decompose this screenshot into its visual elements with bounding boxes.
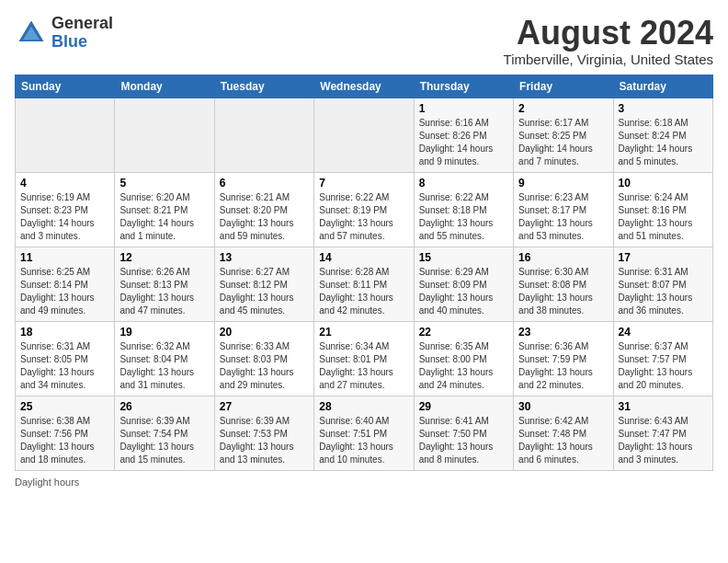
week-row-3: 11Sunrise: 6:25 AM Sunset: 8:14 PM Dayli… [16,247,713,321]
calendar-cell: 24Sunrise: 6:37 AM Sunset: 7:57 PM Dayli… [613,321,712,396]
day-number: 21 [319,326,408,339]
day-number: 16 [518,251,608,264]
calendar-cell: 7Sunrise: 6:22 AM Sunset: 8:19 PM Daylig… [314,172,414,247]
day-number: 4 [20,177,109,190]
daylight-label: Daylight hours [15,477,79,488]
calendar-cell: 3Sunrise: 6:18 AM Sunset: 8:24 PM Daylig… [613,98,712,172]
day-info: Sunrise: 6:22 AM Sunset: 8:19 PM Dayligh… [319,191,408,243]
day-number: 24 [619,326,708,339]
page-header: General Blue August 2024 Timberville, Vi… [15,15,713,67]
day-of-week-monday: Monday [115,75,214,98]
day-info: Sunrise: 6:40 AM Sunset: 7:51 PM Dayligh… [319,415,408,466]
day-info: Sunrise: 6:16 AM Sunset: 8:26 PM Dayligh… [419,117,508,168]
calendar-cell: 16Sunrise: 6:30 AM Sunset: 8:08 PM Dayli… [514,247,613,321]
calendar-cell: 11Sunrise: 6:25 AM Sunset: 8:14 PM Dayli… [16,247,115,321]
day-number: 14 [319,251,408,264]
day-number: 19 [119,326,209,339]
day-info: Sunrise: 6:31 AM Sunset: 8:07 PM Dayligh… [619,266,708,317]
calendar-body: 1Sunrise: 6:16 AM Sunset: 8:26 PM Daylig… [16,98,713,470]
day-info: Sunrise: 6:41 AM Sunset: 7:50 PM Dayligh… [419,415,508,466]
calendar-cell: 10Sunrise: 6:24 AM Sunset: 8:16 PM Dayli… [613,172,712,247]
calendar-cell [115,98,214,172]
day-number: 10 [619,177,708,190]
day-info: Sunrise: 6:25 AM Sunset: 8:14 PM Dayligh… [20,266,109,317]
day-info: Sunrise: 6:31 AM Sunset: 8:05 PM Dayligh… [20,340,109,392]
calendar-table: SundayMondayTuesdayWednesdayThursdayFrid… [15,75,713,471]
day-number: 2 [518,102,608,115]
calendar-cell: 14Sunrise: 6:28 AM Sunset: 8:11 PM Dayli… [314,247,414,321]
calendar-cell: 4Sunrise: 6:19 AM Sunset: 8:23 PM Daylig… [16,172,115,247]
days-of-week-row: SundayMondayTuesdayWednesdayThursdayFrid… [16,75,713,98]
day-info: Sunrise: 6:24 AM Sunset: 8:16 PM Dayligh… [619,191,708,243]
calendar-cell: 21Sunrise: 6:34 AM Sunset: 8:01 PM Dayli… [314,321,414,396]
logo-general: General [51,15,113,33]
day-info: Sunrise: 6:34 AM Sunset: 8:01 PM Dayligh… [319,340,408,392]
day-info: Sunrise: 6:28 AM Sunset: 8:11 PM Dayligh… [319,266,408,317]
calendar-cell: 2Sunrise: 6:17 AM Sunset: 8:25 PM Daylig… [514,98,613,172]
day-number: 20 [220,326,309,339]
calendar-cell: 31Sunrise: 6:43 AM Sunset: 7:47 PM Dayli… [613,396,712,470]
day-number: 1 [419,102,508,115]
day-number: 22 [419,326,508,339]
calendar-cell: 29Sunrise: 6:41 AM Sunset: 7:50 PM Dayli… [414,396,513,470]
day-number: 26 [119,400,209,413]
day-info: Sunrise: 6:38 AM Sunset: 7:56 PM Dayligh… [20,415,109,466]
week-row-4: 18Sunrise: 6:31 AM Sunset: 8:05 PM Dayli… [16,321,713,396]
day-number: 27 [220,400,309,413]
day-info: Sunrise: 6:26 AM Sunset: 8:13 PM Dayligh… [119,266,209,317]
day-info: Sunrise: 6:27 AM Sunset: 8:12 PM Dayligh… [220,266,309,317]
day-number: 28 [319,400,408,413]
calendar-subtitle: Timberville, Virginia, United States [504,52,713,67]
calendar-cell: 12Sunrise: 6:26 AM Sunset: 8:13 PM Dayli… [115,247,214,321]
day-info: Sunrise: 6:30 AM Sunset: 8:08 PM Dayligh… [518,266,608,317]
day-info: Sunrise: 6:43 AM Sunset: 7:47 PM Dayligh… [619,415,708,466]
day-of-week-thursday: Thursday [414,75,513,98]
calendar-cell: 26Sunrise: 6:39 AM Sunset: 7:54 PM Dayli… [115,396,214,470]
day-number: 8 [419,177,508,190]
calendar-cell: 9Sunrise: 6:23 AM Sunset: 8:17 PM Daylig… [514,172,613,247]
calendar-header: SundayMondayTuesdayWednesdayThursdayFrid… [16,75,713,98]
day-info: Sunrise: 6:32 AM Sunset: 8:04 PM Dayligh… [119,340,209,392]
calendar-cell: 13Sunrise: 6:27 AM Sunset: 8:12 PM Dayli… [214,247,313,321]
day-info: Sunrise: 6:37 AM Sunset: 7:57 PM Dayligh… [619,340,708,392]
calendar-cell: 1Sunrise: 6:16 AM Sunset: 8:26 PM Daylig… [414,98,513,172]
calendar-cell: 28Sunrise: 6:40 AM Sunset: 7:51 PM Dayli… [314,396,414,470]
day-of-week-wednesday: Wednesday [314,75,414,98]
calendar-cell: 22Sunrise: 6:35 AM Sunset: 8:00 PM Dayli… [414,321,513,396]
day-info: Sunrise: 6:42 AM Sunset: 7:48 PM Dayligh… [518,415,608,466]
day-info: Sunrise: 6:23 AM Sunset: 8:17 PM Dayligh… [518,191,608,243]
calendar-cell: 5Sunrise: 6:20 AM Sunset: 8:21 PM Daylig… [115,172,214,247]
day-info: Sunrise: 6:39 AM Sunset: 7:53 PM Dayligh… [220,415,309,466]
calendar-cell: 8Sunrise: 6:22 AM Sunset: 8:18 PM Daylig… [414,172,513,247]
calendar-title: August 2024 [504,15,713,52]
day-of-week-tuesday: Tuesday [214,75,313,98]
day-number: 6 [220,177,309,190]
calendar-cell: 30Sunrise: 6:42 AM Sunset: 7:48 PM Dayli… [514,396,613,470]
day-info: Sunrise: 6:33 AM Sunset: 8:03 PM Dayligh… [220,340,309,392]
day-number: 5 [119,177,209,190]
week-row-5: 25Sunrise: 6:38 AM Sunset: 7:56 PM Dayli… [16,396,713,470]
day-number: 11 [20,251,109,264]
calendar-cell [314,98,414,172]
calendar-cell: 19Sunrise: 6:32 AM Sunset: 8:04 PM Dayli… [115,321,214,396]
calendar-cell: 27Sunrise: 6:39 AM Sunset: 7:53 PM Dayli… [214,396,313,470]
day-number: 3 [619,102,708,115]
calendar-cell: 23Sunrise: 6:36 AM Sunset: 7:59 PM Dayli… [514,321,613,396]
calendar-cell [16,98,115,172]
calendar-cell: 25Sunrise: 6:38 AM Sunset: 7:56 PM Dayli… [16,396,115,470]
day-of-week-sunday: Sunday [16,75,115,98]
footer: Daylight hours [15,477,713,488]
day-number: 25 [20,400,109,413]
day-info: Sunrise: 6:36 AM Sunset: 7:59 PM Dayligh… [518,340,608,392]
day-number: 17 [619,251,708,264]
logo-blue: Blue [51,33,113,52]
day-info: Sunrise: 6:21 AM Sunset: 8:20 PM Dayligh… [220,191,309,243]
calendar-cell [214,98,313,172]
calendar-cell: 18Sunrise: 6:31 AM Sunset: 8:05 PM Dayli… [16,321,115,396]
day-number: 15 [419,251,508,264]
calendar-cell: 6Sunrise: 6:21 AM Sunset: 8:20 PM Daylig… [214,172,313,247]
day-info: Sunrise: 6:35 AM Sunset: 8:00 PM Dayligh… [419,340,508,392]
calendar-cell: 15Sunrise: 6:29 AM Sunset: 8:09 PM Dayli… [414,247,513,321]
day-info: Sunrise: 6:19 AM Sunset: 8:23 PM Dayligh… [20,191,109,243]
day-number: 30 [518,400,608,413]
